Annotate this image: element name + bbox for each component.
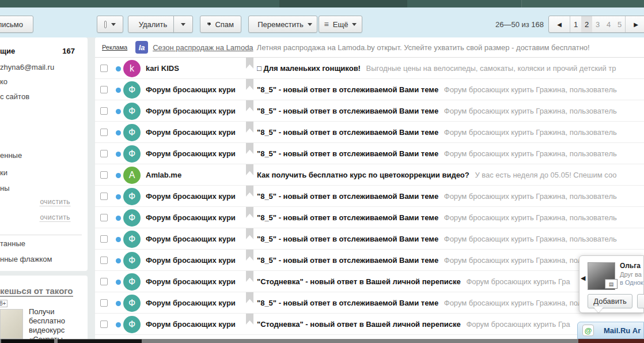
sidebar-ad-text[interactable]: Получи бесплатно видеокурс «Секреты зара… bbox=[29, 307, 84, 343]
move-button[interactable]: Переместить bbox=[248, 16, 317, 33]
row-checkbox[interactable] bbox=[100, 321, 108, 328]
email-row[interactable]: Ф Форум бросающих кури "8_5" - новый отв… bbox=[95, 228, 644, 250]
dismiss-button[interactable]: Н bbox=[637, 294, 644, 308]
sender-avatar[interactable]: A bbox=[123, 167, 141, 184]
flag-icon[interactable] bbox=[246, 271, 253, 282]
page-button[interactable]: 1 bbox=[570, 16, 581, 32]
email-row[interactable]: Ф Форум бросающих кури "Стодневка" - нов… bbox=[95, 314, 644, 335]
email-row[interactable]: Ф Форум бросающих кури "8_5" - новый отв… bbox=[95, 186, 644, 207]
row-checkbox[interactable] bbox=[100, 65, 108, 72]
sender-avatar[interactable]: Ф bbox=[123, 273, 141, 291]
unread-dot bbox=[116, 109, 121, 114]
row-checkbox[interactable] bbox=[100, 278, 108, 285]
page-button[interactable]: 5 bbox=[614, 16, 625, 32]
sidebar-ad-image[interactable] bbox=[0, 309, 23, 339]
flag-icon[interactable] bbox=[246, 250, 253, 261]
mailru-agent-bar[interactable]: @ Mail.Ru Аг bbox=[577, 322, 644, 339]
flag-icon[interactable] bbox=[246, 122, 253, 133]
taskbar-strip bbox=[0, 339, 644, 343]
compose-button[interactable]: письмо bbox=[0, 16, 33, 33]
spam-button[interactable]: Спам bbox=[200, 16, 241, 33]
row-checkbox[interactable] bbox=[100, 214, 108, 221]
email-row[interactable]: Ф Форум бросающих кури "8_5" - новый отв… bbox=[95, 143, 644, 164]
row-checkbox[interactable] bbox=[100, 150, 108, 157]
delete-button[interactable]: Удалить bbox=[128, 16, 174, 33]
more-button[interactable]: ≡ Ещё bbox=[319, 16, 362, 33]
sender-avatar[interactable]: Ф bbox=[123, 124, 141, 141]
contact-name: Ольга bbox=[620, 262, 641, 270]
unread-dot bbox=[116, 301, 121, 306]
flag-icon[interactable] bbox=[246, 314, 253, 325]
email-row[interactable]: Ф Форум бросающих кури "8_5" - новый отв… bbox=[95, 250, 644, 271]
sidebar-folder-item[interactable]: с сайтов bbox=[0, 92, 82, 101]
email-subject: "8_5" - новый ответ в отслеживаемой Вами… bbox=[257, 192, 438, 201]
sender-avatar[interactable]: Ф bbox=[123, 295, 141, 312]
taskbar-button[interactable] bbox=[58, 339, 142, 343]
popup-prev-arrow[interactable]: ◀ bbox=[581, 274, 585, 282]
sender-avatar[interactable]: Ф bbox=[123, 252, 141, 269]
row-checkbox[interactable] bbox=[100, 86, 108, 93]
taskbar-button[interactable] bbox=[1, 339, 54, 343]
ad-label-link[interactable]: Реклама bbox=[102, 44, 127, 51]
email-preview: Форум бросающих курить Гражина, пользова… bbox=[444, 149, 617, 158]
flag-icon[interactable] bbox=[246, 58, 253, 69]
email-row[interactable]: A Amlab.me Как получить бесплатно курс п… bbox=[95, 164, 644, 186]
page-button[interactable]: 3 bbox=[592, 16, 603, 32]
row-checkbox[interactable] bbox=[100, 257, 108, 264]
row-checkbox[interactable] bbox=[100, 193, 108, 200]
sidebar-folder-item[interactable]: щие167 bbox=[0, 47, 82, 55]
select-all-checkbox[interactable] bbox=[104, 21, 107, 28]
page-button[interactable]: 4 bbox=[603, 16, 614, 32]
sender-avatar[interactable]: Ф bbox=[123, 145, 141, 163]
sender-avatar[interactable]: Ф bbox=[123, 209, 141, 227]
sidebar-folder-item[interactable]: ки bbox=[0, 168, 82, 177]
sidebar-folder-item[interactable]: ны bbox=[0, 184, 82, 193]
next-page-button[interactable]: ▶ bbox=[625, 16, 644, 32]
email-row[interactable]: k kari KIDS □ Для маленьких гонщиков! Вы… bbox=[95, 58, 644, 79]
flag-icon[interactable] bbox=[246, 228, 253, 239]
flag-icon[interactable] bbox=[246, 100, 253, 111]
email-row[interactable]: Ф Форум бросающих кури "8_5" - новый отв… bbox=[95, 79, 644, 100]
row-checkbox[interactable] bbox=[100, 171, 108, 179]
filter-unread[interactable]: танные bbox=[0, 239, 82, 248]
prev-page-button[interactable]: ◀ bbox=[549, 16, 570, 32]
sender-avatar[interactable]: k bbox=[123, 60, 141, 77]
email-row[interactable]: Ф Форум бросающих кури "8_5" - новый отв… bbox=[95, 207, 644, 228]
row-checkbox[interactable] bbox=[100, 235, 108, 243]
delete-options-button[interactable] bbox=[173, 16, 193, 33]
compose-label: письмо bbox=[0, 20, 23, 29]
popup-text-line2[interactable]: в Однок bbox=[620, 279, 643, 286]
sidebar-folder-item[interactable]: ко bbox=[0, 77, 82, 86]
flag-icon[interactable] bbox=[246, 164, 253, 175]
sidebar-folder-item[interactable]: енные bbox=[0, 151, 82, 160]
email-row[interactable]: Ф Форум бросающих кури "8_5" - новый отв… bbox=[95, 100, 644, 122]
flag-icon[interactable] bbox=[246, 186, 253, 197]
sender-name: Форум бросающих кури bbox=[146, 271, 245, 292]
top-green-bar bbox=[0, 0, 644, 7]
email-row[interactable]: Ф Форум бросающих кури "8_5" - новый отв… bbox=[95, 292, 644, 314]
email-row[interactable]: Ф Форум бросающих кури "Стодневка" - нов… bbox=[95, 271, 644, 292]
row-checkbox[interactable] bbox=[100, 299, 108, 307]
ad-banner-link[interactable]: Сезон распродаж на Lamoda bbox=[153, 43, 253, 52]
flag-icon[interactable] bbox=[246, 292, 253, 303]
sender-avatar[interactable]: Ф bbox=[123, 188, 141, 205]
clear-trash-link[interactable]: очистить bbox=[40, 213, 70, 222]
filter-flagged[interactable]: нные флажком bbox=[0, 255, 82, 263]
row-checkbox[interactable] bbox=[100, 107, 108, 115]
sender-avatar[interactable]: Ф bbox=[123, 231, 141, 248]
sender-avatar[interactable]: Ф bbox=[123, 81, 141, 99]
sidebar-folder-item[interactable]: zhyna6@mail.ru bbox=[0, 63, 82, 71]
page-button[interactable]: 2 bbox=[581, 16, 592, 32]
sender-avatar[interactable]: Ф bbox=[123, 316, 141, 333]
email-row[interactable]: Ф Форум бросающих кури "8_5" - новый отв… bbox=[95, 122, 644, 143]
sidebar-ad-title-link[interactable]: кешься от такого bbox=[0, 286, 73, 297]
flag-icon[interactable] bbox=[246, 143, 253, 154]
sidebar-ad: кешься от такого 8+ Получи бесплатно вид… bbox=[0, 276, 88, 343]
sender-avatar[interactable]: Ф bbox=[123, 103, 141, 120]
email-preview: Выгодные цены на велосипеды, самокаты, к… bbox=[366, 64, 616, 73]
row-checkbox[interactable] bbox=[100, 129, 108, 136]
select-all-button[interactable] bbox=[97, 16, 123, 33]
flag-icon[interactable] bbox=[246, 207, 253, 218]
flag-icon[interactable] bbox=[246, 79, 253, 90]
clear-spam-link[interactable]: очистить bbox=[40, 198, 70, 206]
